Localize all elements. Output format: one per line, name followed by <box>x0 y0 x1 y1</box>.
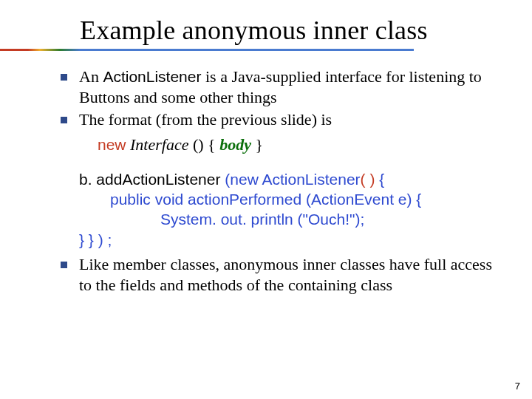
bullet-icon <box>61 74 67 81</box>
code-text-red: ( ) <box>361 171 375 188</box>
bullet-item-3: Like member classes, anonymous inner cla… <box>61 254 497 296</box>
bullet-item-2: The format (from the previous slide) is <box>61 109 497 130</box>
slide-title: Example anonymous inner class <box>80 15 428 46</box>
bullet-item-1: An ActionListener is a Java-supplied int… <box>61 66 497 108</box>
format-syntax-line: new Interface () { body } <box>98 134 497 155</box>
keyword-interface: Interface <box>126 135 193 154</box>
code-line-3: System. out. println ("Ouch!"); <box>79 209 497 229</box>
title-underline-accent <box>0 49 80 51</box>
code-text-blue: { <box>375 171 384 188</box>
code-line-4: } } ) ; <box>79 230 497 250</box>
code-example: b. addActionListener (new ActionListener… <box>79 169 497 250</box>
slide-body: An ActionListener is a Java-supplied int… <box>61 66 497 297</box>
code-text-blue: (new ActionListener <box>225 171 360 188</box>
page-number: 7 <box>515 381 520 392</box>
code-fragment: ActionListener <box>103 68 201 85</box>
bullet-icon <box>61 262 67 268</box>
keyword-body: body <box>219 135 251 154</box>
bullet-icon <box>61 117 67 123</box>
syntax-brace-open: { <box>208 135 219 154</box>
keyword-new: new <box>98 136 126 153</box>
slide: Example anonymous inner class An ActionL… <box>0 0 532 399</box>
text-fragment: An <box>79 67 103 86</box>
code-line-2: public void actionPerformed (ActionEvent… <box>79 189 497 209</box>
code-text: b. addActionListener <box>79 171 225 188</box>
title-underline <box>80 49 414 51</box>
bullet-text-3: Like member classes, anonymous inner cla… <box>79 254 497 296</box>
bullet-text-1: An ActionListener is a Java-supplied int… <box>79 66 497 108</box>
bullet-text-2: The format (from the previous slide) is <box>79 109 497 130</box>
syntax-parens: () <box>193 135 208 154</box>
code-line-1: b. addActionListener (new ActionListener… <box>79 171 384 188</box>
syntax-brace-close: } <box>251 135 263 154</box>
